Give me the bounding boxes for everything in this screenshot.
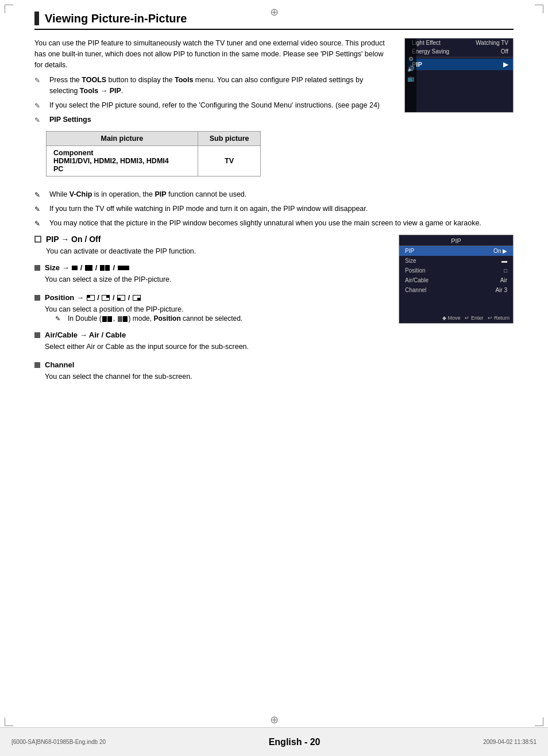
channel-label: Channel — [45, 360, 74, 369]
pip-on-off-desc: You can activate or deactivate the PIP f… — [46, 247, 196, 255]
note-icon-6: ✎ — [34, 218, 46, 229]
sidebar-icon-2: 🔊 — [407, 66, 414, 72]
note-pip-sound-text: If you select the PIP picture sound, ref… — [49, 100, 380, 111]
tv-size-label: Size — [405, 258, 416, 264]
pip-arrow2: ▶ — [503, 248, 507, 254]
component-label: Component — [53, 149, 93, 157]
size-title: Size → / / / — [45, 263, 130, 272]
pc-label: PC — [53, 165, 63, 173]
size-section: Size → / / / You can select a size of th… — [34, 263, 387, 285]
pos-icon-tr — [102, 295, 110, 301]
bottom-crosshair: ⊕ — [270, 713, 279, 726]
note-pip-settings: ✎ PIP Settings — [34, 114, 393, 125]
bottom-left-text: [6000-SA]BN68-01985B-Eng.indb 20 — [11, 739, 106, 745]
intro-text: You can use the PIP feature to simultane… — [34, 38, 393, 182]
page: ⊕ ⊕ Viewing Picture-in-Picture You can u… — [0, 0, 548, 756]
note-pip-settings-text: PIP Settings — [49, 114, 91, 125]
heading-bar — [34, 11, 39, 25]
size-heading: Size → / / / — [34, 263, 387, 272]
tv-channel-row: Channel Air 3 — [399, 285, 513, 295]
intro-paragraph: You can use the PIP feature to simultane… — [34, 38, 393, 70]
size-icon-dbl — [100, 265, 110, 271]
light-effect-value: Watching TV — [476, 40, 508, 46]
tv-label: TV — [225, 157, 234, 165]
channel-heading: Channel — [34, 360, 387, 369]
tv-menu-area: Light Effect Watching TV Energy Saving O… — [405, 39, 513, 112]
footer-enter: ↵ Enter — [465, 315, 483, 321]
memo-icon-1: ✎ — [34, 75, 46, 86]
sub-pic-cell: TV — [198, 145, 261, 176]
tv-energy-row: Energy Saving Off — [407, 47, 513, 56]
memo-icon-3: ✎ — [34, 115, 46, 125]
main-pic-cell: Component HDMI1/DVI, HDMI2, HDMI3, HDMI4… — [47, 145, 198, 176]
double-icon-1 — [102, 316, 113, 322]
channel-body: You can select the channel for the sub-s… — [45, 371, 387, 382]
top-crosshair: ⊕ — [270, 6, 279, 18]
air-cable-title: Air/Cable → Air / Cable — [45, 331, 126, 339]
tv-size-row: Size ▬ — [399, 256, 513, 266]
position-note: ✎ In Double (, ) mode, Position cannot b… — [55, 314, 387, 323]
footer-move: ◆ Move — [442, 315, 461, 321]
hdmi-label: HDMI1/DVI, HDMI2, HDMI3, HDMI4 — [53, 157, 169, 165]
tv-divider — [407, 57, 513, 57]
size-icon-xl — [118, 266, 129, 270]
extra-note-3-text: You may notice that the picture in the P… — [49, 218, 481, 229]
tv-sidebar: ⚙ 🔊 📺 — [405, 39, 416, 112]
air-cable-section: Air/Cable → Air / Cable Select either Ai… — [34, 331, 387, 352]
table-row: Component HDMI1/DVI, HDMI2, HDMI3, HDMI4… — [47, 145, 261, 176]
tv-air-cable-label: Air/Cable — [405, 277, 429, 283]
energy-label: Energy Saving — [412, 48, 449, 55]
intro-row: You can use the PIP feature to simultane… — [34, 38, 514, 182]
channel-title: Channel — [45, 360, 74, 369]
tv-light-effect-row: Light Effect Watching TV — [407, 39, 513, 47]
tv-channel-label: Channel — [405, 287, 426, 293]
position-note-text: In Double (, ) mode, Position cannot be … — [68, 314, 242, 323]
note-icon-5: ✎ — [34, 204, 46, 214]
note-tools: ✎ Press the TOOLS button to display the … — [34, 75, 393, 97]
memo-icon-2: ✎ — [34, 101, 46, 111]
tv-position-value: □ — [504, 267, 507, 274]
bottom-bar: [6000-SA]BN68-01985B-Eng.indb 20 English… — [0, 727, 548, 756]
pip-on-off-body: You can activate or deactivate the PIP f… — [46, 247, 387, 255]
tv-footer: ◆ Move ↵ Enter ↩ Return — [442, 315, 510, 321]
tv-screenshot-bottom: PIP PIP On ▶ Size ▬ Position □ — [399, 235, 514, 390]
position-section: Position → / / / You can select a positi… — [34, 293, 387, 323]
footer-return: ↩ Return — [488, 315, 510, 321]
channel-bullet — [34, 362, 40, 368]
air-cable-body: Select either Air or Cable as the input … — [45, 341, 387, 352]
tv-channel-value: Air 3 — [495, 287, 507, 293]
tv-box-top: ⚙ 🔊 📺 Light Effect Watching TV Energy Sa… — [404, 38, 514, 113]
pos-icon-bl — [117, 295, 125, 301]
crop-mark-br — [535, 717, 543, 726]
tv-empty-area — [407, 70, 513, 99]
section-title: Viewing Picture-in-Picture — [45, 12, 187, 25]
pip-on-off-heading: PIP → On / Off — [34, 235, 387, 244]
tv-box-bottom: PIP PIP On ▶ Size ▬ Position □ — [399, 235, 514, 324]
crop-mark-tr — [535, 5, 543, 13]
channel-section: Channel You can select the channel for t… — [34, 360, 387, 382]
pip-settings-text: PIP → On / Off You can activate or deact… — [34, 235, 387, 390]
note-icon-4: ✎ — [34, 190, 46, 200]
air-cable-heading: Air/Cable → Air / Cable — [34, 331, 387, 339]
extra-note-2: ✎ If you turn the TV off while watching … — [34, 204, 514, 214]
note-pip-sound: ✎ If you select the PIP picture sound, r… — [34, 100, 393, 111]
bottom-right-text: 2009-04-02 11:38:51 — [483, 739, 537, 745]
main-content: Viewing Picture-in-Picture You can use t… — [0, 0, 548, 413]
extra-note-1: ✎ While V-Chip is in operation, the PIP … — [34, 189, 514, 200]
tv-screenshot-top: ⚙ 🔊 📺 Light Effect Watching TV Energy Sa… — [404, 38, 514, 182]
notes-list: ✎ Press the TOOLS button to display the … — [34, 75, 393, 125]
tv-air-cable-row: Air/Cable Air — [399, 275, 513, 285]
tv-air-cable-value: Air — [500, 277, 507, 283]
position-heading: Position → / / / — [34, 293, 387, 302]
pos-icon-tl — [87, 295, 95, 301]
size-body: You can select a size of the PIP-picture… — [45, 274, 387, 285]
pip-on-off-title: PIP → On / Off — [46, 235, 101, 244]
bottom-center-text: English - 20 — [269, 737, 321, 747]
col-sub: Sub picture — [198, 131, 261, 145]
note-icon-7: ✎ — [55, 315, 64, 323]
tv-box2-title: PIP — [399, 235, 513, 246]
pip-arrow: ▶ — [503, 60, 508, 68]
size-icon-md — [85, 265, 92, 271]
tv-pip-row2: PIP On ▶ — [399, 246, 513, 256]
note-tools-text: Press the TOOLS button to display the To… — [49, 75, 393, 97]
